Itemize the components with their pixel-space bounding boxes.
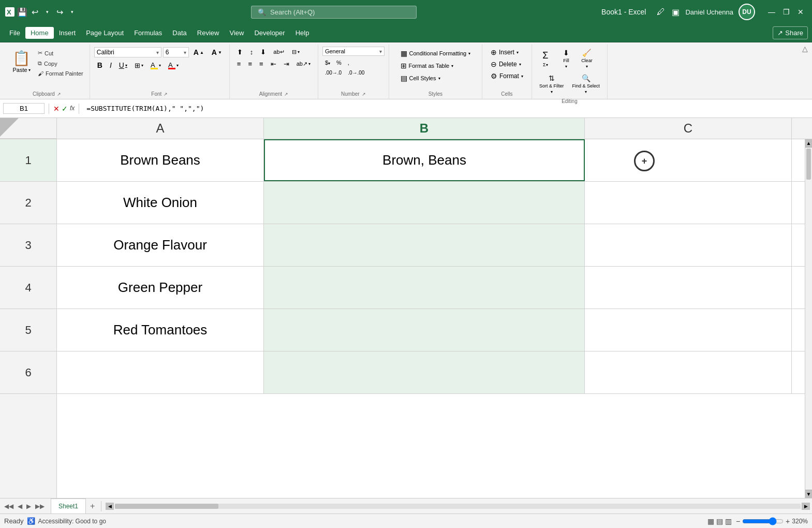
bold-button[interactable]: B <box>94 60 106 71</box>
undo-icon[interactable]: ↩ <box>30 7 39 17</box>
cell-B4[interactable] <box>264 267 585 309</box>
orientation-button[interactable]: ab↗▾ <box>293 58 314 69</box>
copy-button[interactable]: ⧉ Copy <box>36 59 85 68</box>
page-break-view-button[interactable]: ▥ <box>725 517 732 525</box>
row-number-4[interactable]: 4 <box>0 267 56 309</box>
format-as-table-button[interactable]: ⊞ Format as Table ▾ <box>397 60 474 71</box>
sheet-add-button[interactable]: + <box>86 498 99 514</box>
font-name-combo[interactable]: Calibri ▾ <box>94 47 161 57</box>
formula-confirm-icon[interactable]: ✓ <box>62 105 68 113</box>
alignment-expand-icon[interactable]: ↗ <box>284 92 288 97</box>
menu-item-help[interactable]: Help <box>290 27 315 39</box>
close-button[interactable]: ✕ <box>794 6 807 18</box>
cell-reference-box[interactable]: B1 <box>3 103 45 114</box>
menu-item-home[interactable]: Home <box>25 27 54 39</box>
row-number-3[interactable]: 3 <box>0 224 56 267</box>
ribbon-collapse-button[interactable]: △ <box>802 45 808 53</box>
align-middle-button[interactable]: ↕ <box>247 47 257 57</box>
percent-button[interactable]: % <box>334 58 344 67</box>
page-layout-view-button[interactable]: ▤ <box>716 517 723 525</box>
delete-button[interactable]: ⊖ Delete ▾ <box>486 58 527 70</box>
sheet-back-button[interactable]: ◀ <box>16 502 24 511</box>
horizontal-scrollbar[interactable]: ◀ ▶ <box>104 503 812 510</box>
cell-C4[interactable] <box>585 267 792 309</box>
cell-A6[interactable] <box>57 351 264 393</box>
formula-input[interactable] <box>83 104 809 113</box>
underline-button[interactable]: U▾ <box>116 60 130 71</box>
cell-C3[interactable] <box>585 224 792 266</box>
comma-button[interactable]: , <box>345 58 352 67</box>
row-number-6[interactable]: 6 <box>0 351 56 394</box>
hscroll-right-arrow[interactable]: ▶ <box>802 503 810 510</box>
borders-button[interactable]: ⊞▾ <box>131 60 146 71</box>
cell-A4[interactable]: Green Pepper <box>57 267 264 309</box>
format-painter-button[interactable]: 🖌 Format Painter <box>36 69 85 78</box>
avatar[interactable]: DU <box>739 4 755 20</box>
sheet-prev-button[interactable]: ◀◀ <box>2 502 16 511</box>
currency-button[interactable]: $▾ <box>322 58 333 67</box>
function-wizard-icon[interactable]: fx <box>70 105 75 113</box>
excel-logo-icon[interactable]: X <box>5 7 14 17</box>
row-number-2[interactable]: 2 <box>0 182 56 224</box>
menu-item-insert[interactable]: Insert <box>54 27 81 39</box>
merge-center-button[interactable]: ⊟▾ <box>289 47 303 57</box>
decrease-decimal-button[interactable]: .00→.0 <box>322 68 344 77</box>
sheet-forward-button[interactable]: ▶ <box>24 502 33 511</box>
cell-styles-button[interactable]: ▤ Cell Styles ▾ <box>397 72 474 84</box>
normal-view-button[interactable]: ▦ <box>707 517 714 525</box>
cell-B3[interactable] <box>264 224 585 266</box>
minimize-button[interactable]: — <box>765 6 778 18</box>
scroll-thumb[interactable] <box>806 149 811 180</box>
formula-cancel-icon[interactable]: ✕ <box>53 105 60 113</box>
increase-indent-button[interactable]: ⇥ <box>280 58 292 69</box>
redo-icon[interactable]: ↪ <box>55 7 64 17</box>
row-number-5[interactable]: 5 <box>0 309 56 351</box>
zoom-slider[interactable] <box>742 517 784 525</box>
hscroll-thumb[interactable] <box>115 504 218 509</box>
increase-font-button[interactable]: A▲ <box>190 47 207 58</box>
clear-button[interactable]: 🧹 Clear ▾ <box>578 47 596 71</box>
conditional-formatting-button[interactable]: ▦ Conditional Formatting ▾ <box>397 48 474 59</box>
align-left-button[interactable]: ≡ <box>234 58 244 69</box>
align-top-button[interactable]: ⬆ <box>234 47 246 57</box>
align-bottom-button[interactable]: ⬇ <box>257 47 269 57</box>
share-button[interactable]: ↗ Share <box>773 26 808 39</box>
quick-access-more-icon[interactable]: ▾ <box>67 7 77 17</box>
wrap-text-button[interactable]: ab↵ <box>270 47 287 57</box>
paste-button[interactable]: 📋 Paste▾ <box>8 47 35 76</box>
find-select-button[interactable]: 🔍 Find & Select ▾ <box>569 72 603 96</box>
menu-item-data[interactable]: Data <box>167 27 191 39</box>
cut-button[interactable]: ✂ Cut <box>36 49 85 57</box>
decrease-indent-button[interactable]: ⇤ <box>268 58 279 69</box>
menu-item-developer[interactable]: Developer <box>249 27 290 39</box>
cell-B6[interactable] <box>264 351 585 393</box>
undo-dropdown-icon[interactable]: ▾ <box>42 7 52 17</box>
cell-C5[interactable] <box>585 309 792 351</box>
clipboard-expand-icon[interactable]: ↗ <box>57 92 61 97</box>
save-icon[interactable]: 💾 <box>18 7 27 17</box>
font-expand-icon[interactable]: ↗ <box>164 92 168 97</box>
autosum-button[interactable]: Σ Σ▾ <box>536 47 555 71</box>
restore-button[interactable]: ❐ <box>780 6 792 18</box>
cell-A5[interactable]: Red Tomantoes <box>57 309 264 351</box>
increase-decimal-button[interactable]: .0→.00 <box>345 68 367 77</box>
cell-A3[interactable]: Orange Flavour <box>57 224 264 266</box>
cell-C1[interactable] <box>585 139 792 181</box>
sort-filter-button[interactable]: ⇅ Sort & Filter ▾ <box>536 72 567 96</box>
zoom-in-button[interactable]: + <box>786 517 790 525</box>
cell-B5[interactable] <box>264 309 585 351</box>
cell-C6[interactable] <box>585 351 792 393</box>
scroll-up-arrow[interactable]: ▲ <box>805 139 812 148</box>
font-color-button[interactable]: A▾ <box>165 60 182 71</box>
cell-B2[interactable] <box>264 182 585 224</box>
number-format-select[interactable]: General ▾ <box>322 47 385 56</box>
column-header-C[interactable]: C <box>585 118 792 139</box>
search-bar[interactable]: 🔍 <box>251 6 417 19</box>
cell-A1[interactable]: Brown Beans <box>57 139 264 181</box>
fill-button[interactable]: ⬇ Fill ▾ <box>557 47 575 71</box>
menu-item-formulas[interactable]: Formulas <box>129 27 167 39</box>
search-input[interactable] <box>270 8 410 16</box>
menu-item-view[interactable]: View <box>224 27 249 39</box>
decrease-font-button[interactable]: A▼ <box>209 47 225 58</box>
vertical-scrollbar[interactable]: ▲ ▼ <box>805 139 812 498</box>
